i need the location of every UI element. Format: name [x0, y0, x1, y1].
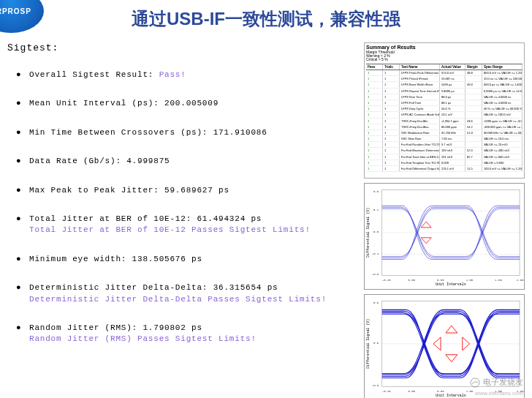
watermark-url: www.elecfans.com: [475, 390, 523, 397]
svg-text:-0.2: -0.2: [372, 252, 379, 255]
summary-title: Summary of Results: [366, 45, 522, 50]
table-row: 11SSC Slew Rate7.00 msVALUE <= 10.0 ms: [366, 136, 522, 142]
min-eye-width: Minimum eye width: 138.505676 ps: [29, 254, 351, 265]
svg-text:-0.6: -0.6: [372, 384, 379, 387]
svg-text:Differential Signal  (V): Differential Signal (V): [366, 319, 370, 369]
svg-text:Differential Signal  (V): Differential Signal (V): [366, 208, 370, 258]
table-row: 11Far End Maximum Deterministic Jitter T…: [366, 148, 522, 154]
svg-point-30: [471, 378, 479, 387]
watermark-icon: [470, 378, 480, 388]
sigtest-heading: Sigtest:: [7, 42, 351, 53]
svg-text:-0.25: -0.25: [382, 279, 391, 282]
table-row: 11LFPS Peak-Peak Differential Output Vol…: [366, 70, 522, 76]
overall-result: Overall Sigtest Result: Pass!: [29, 70, 351, 80]
table-row: 11LFPS Rise Time88.3 psVALUE <= 4.0000 n…: [366, 94, 522, 100]
mean-unit-interval: Mean Unit Interval (ps): 200.005009: [29, 98, 351, 109]
table-row: 11Far End Random Jitter TCLTE Off9.7 mUI…: [366, 142, 522, 148]
svg-text:0.0: 0.0: [373, 230, 379, 233]
table-row: 11Far End Differential Output Voltage TC…: [366, 166, 522, 172]
table-row: 11LFPS Burst Width tBurst5499 µs49.0600.…: [366, 82, 522, 88]
svg-text:1.00: 1.00: [466, 279, 474, 282]
sigtest-section: Sigtest: Overall Sigtest Result: Pass! M…: [7, 42, 351, 363]
svg-text:Unit Intervals: Unit Intervals: [436, 282, 466, 286]
max-pp-jitter: Max Peak to Peak Jitter: 59.689627 ps: [29, 185, 351, 196]
svg-text:0.6: 0.6: [373, 190, 379, 193]
random-jitter: Random Jitter (RMS): 1.790802 ps Random …: [29, 323, 351, 345]
table-row: 11TSSC-Freq-Dev-Min-4,394.1 ppm43.6-5000…: [366, 119, 522, 124]
table-row: 11Far End Template Test TCLTE Off0.000VA…: [366, 160, 522, 166]
page-title: 通过USB-IF一致性测试，兼容性强: [132, 7, 400, 31]
right-panel: Summary of Results Margin Threshold Warn…: [364, 42, 525, 392]
header: 通过USB-IF一致性测试，兼容性强: [0, 0, 532, 38]
eye-plot-1: Unit Intervals Differential Signal (V) -…: [365, 184, 524, 289]
table-row: 11LFPS AC Common Mode Voltage23.1 mVVALU…: [366, 112, 522, 118]
table-row: 11LFPS Duty Cycle56.6 %40 % <= VALUE <= …: [366, 106, 522, 112]
summary-header-row: Pass Trials Test Name Actual Value Margi…: [366, 64, 522, 70]
svg-text:1.50: 1.50: [495, 279, 502, 282]
data-rate: Data Rate (Gb/s): 4.999875: [29, 156, 351, 167]
table-row: 11Far End Total Jitter at BER-12 TCLTE O…: [366, 154, 522, 160]
table-row: 11SSC Modulation Rate31.250 kHz51.330.00…: [366, 130, 522, 136]
svg-text:0.00: 0.00: [408, 279, 415, 282]
svg-text:-0.6: -0.6: [372, 273, 379, 276]
sigtest-list: Overall Sigtest Result: Pass! Mean Unit …: [7, 70, 351, 345]
svg-text:1.00: 1.00: [466, 390, 474, 393]
svg-text:0.0: 0.0: [373, 342, 379, 345]
deterministic-jitter: Deterministic Jitter Delta-Delta: 36.315…: [29, 282, 351, 305]
svg-text:0.2: 0.2: [373, 209, 379, 211]
min-time-crossovers: Min Time Between Crossovers (ps): 171.91…: [29, 127, 351, 138]
svg-text:2.00: 2.00: [517, 279, 524, 282]
table-row: 11LFPS Period tPeriod59.687 ns20.0 ns <=…: [366, 76, 522, 82]
svg-text:0.50: 0.50: [437, 279, 444, 282]
summary-rows: Pass Trials Test Name Actual Value Margi…: [366, 64, 522, 172]
svg-text:0.50: 0.50: [437, 390, 444, 393]
summary-table: Summary of Results Margin Threshold Warn…: [364, 42, 525, 179]
eye-diagram-1: Unit Intervals Differential Signal (V) -…: [364, 183, 525, 290]
table-row: 11LFPS Repeat Time Interval tRepeat9.800…: [366, 89, 522, 94]
svg-text:0.00: 0.00: [408, 390, 415, 393]
total-jitter: Total Jitter at BER of 10E-12: 61.494324…: [29, 214, 351, 236]
svg-text:Unit Intervals: Unit Intervals: [436, 394, 466, 397]
watermark: 电子发烧友: [470, 377, 523, 388]
svg-text:-0.25: -0.25: [382, 390, 391, 393]
svg-text:0.6: 0.6: [373, 301, 379, 304]
table-row: 11LFPS Fall Time88.1 psVALUE <= 4.0000 n…: [366, 100, 522, 106]
table-row: 11TSSC-Freq-Dev-Max86.000 ppm54.2-300.00…: [366, 124, 522, 130]
